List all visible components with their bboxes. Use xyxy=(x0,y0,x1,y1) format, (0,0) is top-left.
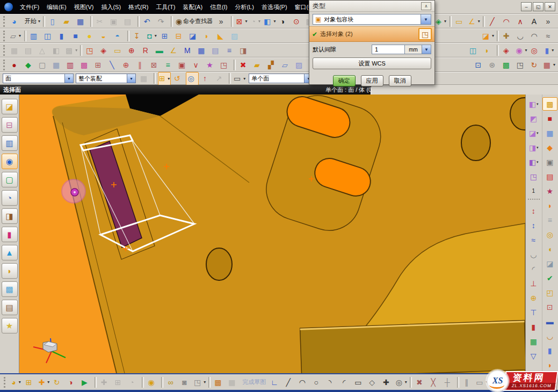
separator[interactable] xyxy=(24,31,26,41)
combo-caret-icon[interactable]: ▼ xyxy=(127,74,135,83)
ok-button[interactable]: 确定 xyxy=(333,75,356,86)
separator[interactable] xyxy=(208,377,211,388)
separator[interactable] xyxy=(234,60,236,70)
apply-button[interactable]: 应用 xyxy=(361,75,383,86)
shrinkage-icon[interactable]: ▦ xyxy=(542,126,557,140)
redo-icon[interactable]: ↷ xyxy=(156,14,169,28)
undo-icon[interactable]: ↶ xyxy=(142,14,155,28)
cavity-layout-icon[interactable]: ▣ xyxy=(542,155,557,169)
palette-tab[interactable]: ◨ xyxy=(2,208,18,224)
sketch-icon[interactable]: ▱▾ xyxy=(9,29,22,42)
pocket-tool-icon[interactable]: ▤ xyxy=(542,170,557,183)
assembly-select-icon[interactable]: ▦ xyxy=(139,72,151,85)
color-palette-icon[interactable]: ▩ xyxy=(79,58,92,71)
round-hole[interactable] xyxy=(461,125,490,161)
gate-icon[interactable]: ⊕ xyxy=(526,291,541,304)
mirror-assembly-icon[interactable]: ◑ xyxy=(66,375,78,389)
immediate-hide-icon[interactable]: ▦ xyxy=(51,58,64,71)
insert-gift-icon[interactable]: ▦ xyxy=(526,335,541,348)
stamp-icon[interactable]: ▬ xyxy=(542,315,557,328)
sheet-stack-icon[interactable]: ≡ xyxy=(542,213,557,227)
touch-mode-icon[interactable]: ◔▾ xyxy=(249,14,262,28)
new-file-icon[interactable]: ▯ xyxy=(47,14,60,28)
highlight-select-icon[interactable]: ◎ xyxy=(186,72,199,85)
edge-blend-icon[interactable]: ◗ xyxy=(201,29,214,42)
remember-constraint-icon[interactable]: ◔ xyxy=(127,375,140,389)
angle-check-icon[interactable]: ∠ xyxy=(168,43,181,57)
separator[interactable] xyxy=(95,377,97,388)
measure-angle-icon[interactable]: ∠▾ xyxy=(468,14,481,28)
unit-dropdown[interactable]: mm xyxy=(405,45,422,54)
open-file-icon[interactable]: ▰ xyxy=(61,14,74,28)
unit-caret-icon[interactable]: ▼ xyxy=(422,45,431,54)
pattern-component-icon[interactable]: ⊞ xyxy=(113,375,126,389)
pattern-grid-icon[interactable]: ▦▾ xyxy=(543,58,556,71)
enlarge-surface-icon[interactable]: ◧▾ xyxy=(526,155,541,169)
part-navigator-tab[interactable]: ▥ xyxy=(2,135,18,151)
corner-box-icon[interactable]: ◳ xyxy=(515,58,528,71)
sheet-10-icon[interactable]: ▱ xyxy=(280,58,293,71)
unite-icon[interactable]: ⊞ xyxy=(160,29,172,42)
mold-box-icon[interactable]: ◪▾ xyxy=(482,29,495,42)
separator[interactable] xyxy=(127,31,129,41)
draft-analysis-icon[interactable]: ▮▾ xyxy=(543,43,556,57)
select-loop-icon[interactable]: ↺ xyxy=(172,72,185,85)
curve-s-icon[interactable]: ≈ xyxy=(526,233,541,246)
trim-body-icon[interactable]: ◪ xyxy=(187,29,200,42)
nx-logo-icon[interactable]: ◕ xyxy=(9,14,22,28)
highlight-lines-icon[interactable]: ◎ xyxy=(529,43,542,57)
arc-icon[interactable]: ◠ xyxy=(501,14,514,28)
rotate-box-icon[interactable]: ↻ xyxy=(529,58,542,71)
separator[interactable] xyxy=(497,31,499,41)
wcs-dynamics-icon[interactable]: ◉ xyxy=(146,375,159,389)
dropdown-caret-icon[interactable]: ▼ xyxy=(421,14,431,24)
move-component-icon[interactable]: △ xyxy=(37,43,50,57)
separator[interactable] xyxy=(457,377,459,388)
lock-icon[interactable]: ◙ xyxy=(179,375,192,389)
save-icon[interactable]: ▦ xyxy=(75,14,88,28)
toolbar-grip[interactable] xyxy=(3,60,7,70)
bounds-icon[interactable]: ◳ xyxy=(219,58,231,71)
collapse-group-icon[interactable]: ∧ xyxy=(421,2,431,10)
set-wcs-button[interactable]: 设置 WCS xyxy=(313,57,431,69)
measure-ruler-icon[interactable]: ▭ xyxy=(454,14,467,28)
toolbar-grip[interactable] xyxy=(3,16,7,27)
pin-icon[interactable]: ▮ xyxy=(526,320,541,333)
extrude-icon[interactable]: ▥ xyxy=(28,29,41,42)
hide-icon[interactable]: ▢ xyxy=(37,58,50,71)
explode-icon[interactable]: ◳▾ xyxy=(193,375,206,389)
separator[interactable] xyxy=(450,16,452,27)
plane-cross-icon[interactable]: ⊠ xyxy=(149,58,162,71)
close-button[interactable]: ✕ xyxy=(545,2,555,11)
quick-extend-icon[interactable]: ╳ xyxy=(428,375,441,389)
pocket-icon[interactable]: ◡ xyxy=(526,248,541,261)
boolean-icon[interactable]: ◘▾ xyxy=(146,29,158,42)
restore-button[interactable]: ◱ xyxy=(533,2,543,11)
note-icon[interactable]: ◜ xyxy=(526,262,541,275)
replace-component-icon[interactable]: ▶ xyxy=(79,375,92,389)
type-filter-combo[interactable]: 面 ▼ xyxy=(3,74,74,83)
separator[interactable] xyxy=(231,16,233,27)
marquee-select-icon[interactable]: ▭▾ xyxy=(233,72,246,85)
face-rule-combo[interactable]: 单个面 ▼ xyxy=(249,74,313,83)
smooth-curve-icon[interactable]: ≈ xyxy=(543,29,556,42)
boxed-object-icon[interactable]: ▣ xyxy=(177,58,190,71)
cooling-icon[interactable]: ▮ xyxy=(542,344,557,357)
studio-spline-icon[interactable]: ∧ xyxy=(515,14,528,28)
paste-icon[interactable]: ▤ xyxy=(122,14,135,28)
initialize-project-icon[interactable]: ▩ xyxy=(542,97,557,111)
separator[interactable] xyxy=(171,16,173,27)
combo-caret-icon[interactable]: ▼ xyxy=(64,74,73,83)
cup-icon[interactable]: ▽ xyxy=(526,349,541,362)
toolbar-overflow[interactable]: » xyxy=(216,14,229,28)
finish-sketch-label[interactable]: 完成草图 xyxy=(241,375,268,389)
ejector-icon[interactable]: ◖ xyxy=(542,242,557,256)
sprue-icon[interactable]: ⊥ xyxy=(526,277,541,290)
add-component-icon[interactable]: ✚▾ xyxy=(38,375,50,389)
circle-icon[interactable]: ○ xyxy=(311,375,324,389)
layer-book-icon[interactable]: ▥ xyxy=(65,58,78,71)
separator[interactable] xyxy=(161,377,163,388)
annotation-icon[interactable]: M xyxy=(182,43,195,57)
cancel-button[interactable]: 取消 xyxy=(389,75,411,86)
menu-item[interactable]: 视图(V) xyxy=(70,3,98,11)
